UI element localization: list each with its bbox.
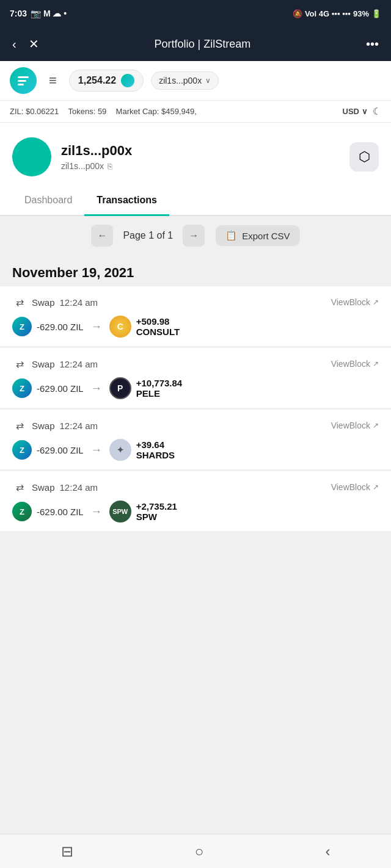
viewblock-link[interactable]: ViewBlock ↗ (331, 359, 379, 369)
market-cap: Market Cap: $459,949, (116, 107, 197, 116)
status-right: 🔕 Vol 4G ▪▪▪ ▪▪▪ 93% 🔋 (293, 9, 381, 18)
close-button[interactable]: ✕ (26, 34, 42, 54)
zil-from-icon: Z (12, 440, 32, 460)
viewblock-label: ViewBlock (331, 482, 370, 492)
avatar (12, 137, 51, 176)
page-indicator: Page 1 of 1 (119, 230, 177, 241)
pagination-row: ← Page 1 of 1 → 📋 Export CSV (0, 216, 391, 255)
copy-address-button[interactable]: ⎘ (108, 162, 112, 171)
zil-icon (121, 74, 134, 87)
zil-from-icon: Z (12, 317, 32, 336)
tx-amounts: Z -629.00 ZIL → ✦ +39.64 SHARDS (12, 439, 379, 461)
tab-dashboard[interactable]: Dashboard (12, 186, 84, 216)
swap-icon: ⇄ (12, 356, 27, 371)
viewblock-label: ViewBlock (331, 359, 370, 369)
tab-bar: Dashboard Transactions (0, 186, 391, 216)
tx-to-symbol: SPW (136, 512, 177, 522)
arrow-icon: → (91, 382, 102, 395)
tx-type-row: ⇄ Swap 12:24 am (12, 480, 98, 494)
address-selector[interactable]: zil1s...p00x ∨ (151, 71, 219, 90)
tx-amounts: Z -629.00 ZIL → P +10,773.84 PELE (12, 377, 379, 399)
tx-to: P +10,773.84 PELE (109, 377, 183, 399)
tx-type-row: ⇄ Swap 12:24 am (12, 418, 98, 433)
tx-to-info: +2,735.21 SPW (136, 501, 177, 522)
separator-1 (61, 107, 65, 116)
logo-line-1 (18, 76, 29, 78)
logo-line-2 (18, 80, 26, 82)
signal-text: Vol 4G ▪▪▪ ▪▪▪ (305, 9, 351, 18)
tx-to-amount: +509.98 (136, 316, 180, 327)
profile-name: zil1s...p00x (61, 143, 132, 159)
token-icon: P (109, 377, 131, 399)
status-time: 7:03 (10, 9, 27, 18)
swap-icon: ⇄ (12, 295, 27, 309)
tx-from-amount: -629.00 ZIL (37, 445, 84, 455)
export-csv-button[interactable]: 📋 Export CSV (216, 225, 299, 246)
tx-header: ⇄ Swap 12:24 am ViewBlock ↗ (12, 356, 379, 371)
zil-price: ZIL: $0.06221 (10, 107, 59, 116)
nav-home-button[interactable]: ○ (180, 838, 219, 865)
export-icon: 📋 (225, 230, 237, 241)
tx-to: SPW +2,735.21 SPW (109, 501, 177, 523)
tab-transactions-label: Transactions (97, 195, 157, 205)
tx-amounts: Z -629.00 ZIL → C +509.98 CONSULT (12, 316, 379, 338)
zil-from-icon: Z (12, 502, 32, 521)
tx-time: 12:24 am (60, 359, 98, 369)
tx-to-info: +39.64 SHARDS (136, 439, 175, 460)
currency-chevron: ∨ (362, 107, 368, 116)
tx-from: Z -629.00 ZIL (12, 378, 84, 398)
back-button[interactable]: ‹ (10, 35, 19, 54)
viewblock-link[interactable]: ViewBlock ↗ (331, 421, 379, 430)
chevron-down-icon: ∨ (205, 76, 211, 85)
hamburger-menu[interactable]: ≡ (44, 70, 62, 91)
transaction-card: ⇄ Swap 12:24 am ViewBlock ↗ Z -629.00 ZI… (0, 409, 391, 469)
tx-time: 12:24 am (60, 421, 98, 431)
nav-back-button[interactable]: ‹ (310, 838, 345, 865)
viewblock-link[interactable]: ViewBlock ↗ (331, 482, 379, 492)
tx-from: Z -629.00 ZIL (12, 317, 84, 336)
bottom-nav: ⊟ ○ ‹ (0, 834, 391, 868)
currency-selector[interactable]: USD ∨ (343, 107, 368, 116)
external-link-icon: ↗ (373, 421, 379, 430)
tx-type: Swap (32, 359, 55, 369)
dark-mode-toggle[interactable]: ☾ (373, 106, 381, 117)
transaction-card: ⇄ Swap 12:24 am ViewBlock ↗ Z -629.00 ZI… (0, 471, 391, 531)
tx-to-info: +509.98 CONSULT (136, 316, 180, 337)
tx-to-symbol: SHARDS (136, 450, 175, 460)
tx-type-row: ⇄ Swap 12:24 am (12, 295, 98, 309)
logo-line-3 (18, 84, 24, 85)
battery-icon: 🔋 (371, 9, 381, 18)
logo (10, 67, 37, 94)
nav-menu-button[interactable]: ⊟ (46, 838, 88, 865)
token-count: Tokens: 59 (68, 107, 106, 116)
tab-transactions[interactable]: Transactions (84, 186, 169, 216)
prev-page-button[interactable]: ← (91, 225, 113, 247)
transaction-card: ⇄ Swap 12:24 am ViewBlock ↗ Z -629.00 ZI… (0, 347, 391, 408)
tx-to-symbol: PELE (136, 388, 183, 399)
arrow-icon: → (91, 444, 102, 457)
tx-to: ✦ +39.64 SHARDS (109, 439, 175, 461)
more-menu-button[interactable]: ••• (364, 35, 381, 54)
tx-header: ⇄ Swap 12:24 am ViewBlock ↗ (12, 295, 379, 309)
currency-label: USD (343, 107, 359, 116)
swap-icon: ⇄ (12, 480, 27, 494)
profile-address-row: zil1s...p00x ⎘ (61, 161, 132, 171)
viewblock-label: ViewBlock (331, 421, 370, 430)
profile-address-text: zil1s...p00x (61, 161, 104, 171)
nav-bar: ‹ ✕ Portfolio | ZilStream ••• (0, 27, 391, 61)
selected-address: zil1s...p00x (159, 76, 202, 85)
tx-from: Z -629.00 ZIL (12, 502, 84, 521)
tx-to: C +509.98 CONSULT (109, 316, 180, 338)
info-bar: ZIL: $0.06221 Tokens: 59 Market Cap: $45… (0, 101, 391, 123)
token-icon: ✦ (109, 439, 131, 461)
cube-button[interactable]: ⬡ (349, 142, 379, 172)
tx-from-amount: -629.00 ZIL (37, 383, 84, 394)
profile-left: zil1s...p00x zil1s...p00x ⎘ (12, 137, 132, 176)
date-header: November 19, 2021 (0, 255, 391, 286)
balance-display: 1,254.22 (69, 70, 144, 92)
external-link-icon: ↗ (373, 298, 379, 306)
viewblock-link[interactable]: ViewBlock ↗ (331, 297, 379, 307)
swap-icon: ⇄ (12, 418, 27, 433)
next-page-button[interactable]: → (183, 225, 205, 247)
tx-from-amount: -629.00 ZIL (37, 507, 84, 517)
